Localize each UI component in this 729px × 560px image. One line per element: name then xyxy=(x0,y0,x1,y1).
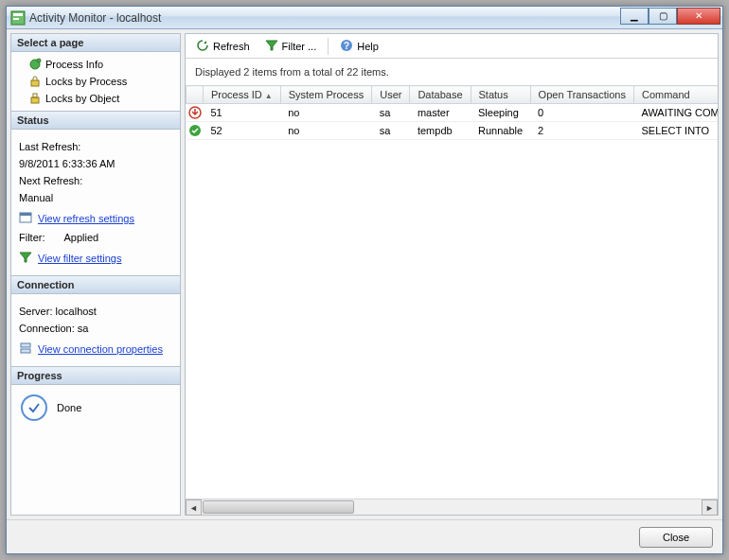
status-down-icon xyxy=(187,104,204,122)
help-label: Help xyxy=(357,41,379,52)
cell-process-id: 52 xyxy=(204,122,281,140)
sidebar-item-process-info[interactable]: Process Info xyxy=(17,56,174,73)
toolbar-separator xyxy=(328,38,329,55)
close-window-button[interactable]: ✕ xyxy=(677,8,720,25)
status-ok-icon xyxy=(187,122,204,140)
svg-text:?: ? xyxy=(344,41,349,51)
svg-rect-7 xyxy=(33,94,37,97)
funnel-icon xyxy=(19,251,32,266)
lock-object-icon xyxy=(28,92,42,105)
close-button[interactable]: Close xyxy=(639,527,713,548)
svg-rect-11 xyxy=(21,349,30,353)
sidebar-item-locks-by-object[interactable]: Locks by Object xyxy=(17,90,174,107)
view-filter-settings-link[interactable]: View filter settings xyxy=(38,253,121,264)
filter-button[interactable]: Filter ... xyxy=(258,36,324,57)
summary-text: Displayed 2 items from a total of 22 ite… xyxy=(186,59,718,85)
content-area: Refresh Filter ... ? Help xyxy=(185,33,719,516)
toolbar: Refresh Filter ... ? Help xyxy=(186,34,718,59)
svg-rect-9 xyxy=(20,213,31,216)
next-refresh-value: Manual xyxy=(19,192,172,203)
cell-open-tx: 0 xyxy=(530,104,633,122)
horizontal-scrollbar[interactable]: ◄ ► xyxy=(186,499,718,515)
filter-label: Filter ... xyxy=(282,41,317,52)
col-database[interactable]: Database xyxy=(410,86,471,104)
cell-system-process: no xyxy=(280,104,371,122)
filter-value: Applied xyxy=(64,232,99,243)
connection-body: Server: localhost Connection: sa View co… xyxy=(11,294,180,366)
sidebar: Select a page Process Info Locks by Proc… xyxy=(10,33,181,516)
cell-user: sa xyxy=(372,104,410,122)
col-user[interactable]: User xyxy=(372,86,410,104)
calendar-icon xyxy=(19,211,32,226)
main-row: Select a page Process Info Locks by Proc… xyxy=(7,29,722,519)
sidebar-item-locks-by-process[interactable]: Locks by Process xyxy=(17,73,174,90)
done-check-icon xyxy=(21,394,47,421)
help-button[interactable]: ? Help xyxy=(333,36,385,57)
progress-header: Progress xyxy=(11,366,180,385)
svg-rect-10 xyxy=(21,343,30,347)
titlebar[interactable]: Activity Monitor - localhost ▁ ▢ ✕ xyxy=(7,7,722,29)
grid-wrapper[interactable]: Process ID▲ System Process User Database… xyxy=(186,85,718,499)
select-page-header: Select a page xyxy=(11,34,180,52)
sort-asc-icon: ▲ xyxy=(265,92,273,100)
cell-command: AWAITING COMMAND xyxy=(633,104,718,122)
minimize-button[interactable]: ▁ xyxy=(620,8,649,25)
cell-process-id: 51 xyxy=(204,104,281,122)
col-process-id[interactable]: Process ID▲ xyxy=(204,86,281,104)
app-window: Activity Monitor - localhost ▁ ▢ ✕ Selec… xyxy=(6,6,723,554)
footer: Close xyxy=(7,519,722,553)
app-icon xyxy=(10,10,26,26)
col-status[interactable]: Status xyxy=(471,86,530,104)
server-icon xyxy=(19,341,32,357)
cell-open-tx: 2 xyxy=(530,122,633,140)
help-icon: ? xyxy=(340,39,353,54)
table-row[interactable]: 52nosatempdbRunnable2SELECT INTO xyxy=(187,122,719,140)
sidebar-item-label: Locks by Process xyxy=(45,76,127,87)
sidebar-item-label: Process Info xyxy=(45,59,103,70)
col-open-tx[interactable]: Open Transactions xyxy=(530,86,633,104)
funnel-icon xyxy=(265,39,278,54)
window-buttons: ▁ ▢ ✕ xyxy=(620,8,720,25)
maximize-button[interactable]: ▢ xyxy=(649,8,677,25)
last-refresh-value: 9/8/2011 6:33:36 AM xyxy=(19,158,172,169)
col-command[interactable]: Command xyxy=(633,86,718,104)
scroll-right-arrow[interactable]: ► xyxy=(702,499,718,516)
refresh-label: Refresh xyxy=(213,41,250,52)
cell-database: master xyxy=(410,104,471,122)
cell-user: sa xyxy=(372,122,410,140)
process-grid: Process ID▲ System Process User Database… xyxy=(186,85,718,140)
sidebar-item-label: Locks by Object xyxy=(45,93,119,104)
view-connection-properties-link[interactable]: View connection properties xyxy=(38,343,163,355)
svg-rect-6 xyxy=(31,97,39,103)
refresh-button[interactable]: Refresh xyxy=(189,36,257,57)
refresh-icon xyxy=(196,39,209,54)
filter-label: Filter: xyxy=(19,232,45,243)
svg-rect-1 xyxy=(13,13,23,16)
window-title: Activity Monitor - localhost xyxy=(29,11,620,25)
status-header: Status xyxy=(11,111,180,130)
connection-header: Connection xyxy=(11,275,180,294)
svg-point-4 xyxy=(37,59,41,62)
page-list: Process Info Locks by Process Locks by O… xyxy=(11,52,180,111)
cell-status: Sleeping xyxy=(471,104,530,122)
grid-header-row: Process ID▲ System Process User Database… xyxy=(187,86,719,104)
col-system-process[interactable]: System Process xyxy=(280,86,371,104)
connection-label: Connection: sa xyxy=(19,323,172,334)
next-refresh-label: Next Refresh: xyxy=(19,175,172,186)
progress-body: Done xyxy=(11,385,180,430)
lock-process-icon xyxy=(28,75,42,88)
last-refresh-label: Last Refresh: xyxy=(19,141,172,152)
col-status-icon[interactable] xyxy=(187,86,204,104)
server-label: Server: localhost xyxy=(19,306,172,317)
window-body: Select a page Process Info Locks by Proc… xyxy=(7,29,722,553)
view-refresh-settings-link[interactable]: View refresh settings xyxy=(38,213,134,224)
status-body: Last Refresh: 9/8/2011 6:33:36 AM Next R… xyxy=(11,130,180,275)
table-row[interactable]: 51nosamasterSleeping0AWAITING COMMAND xyxy=(187,104,719,122)
svg-rect-5 xyxy=(31,80,39,86)
cell-system-process: no xyxy=(280,122,371,140)
cell-command: SELECT INTO xyxy=(633,122,718,140)
progress-state: Done xyxy=(57,402,81,413)
scroll-thumb[interactable] xyxy=(203,500,354,514)
cell-status: Runnable xyxy=(471,122,530,140)
scroll-left-arrow[interactable]: ◄ xyxy=(186,499,202,516)
